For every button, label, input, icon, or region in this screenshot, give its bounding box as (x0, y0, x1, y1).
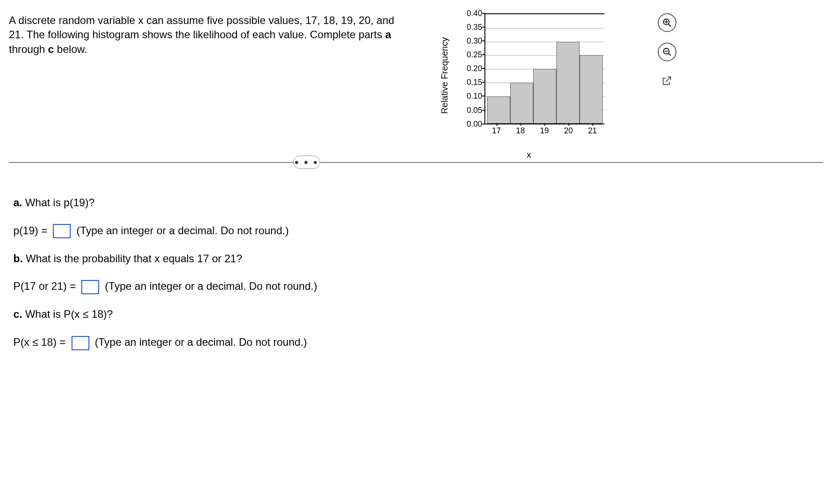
prompt-body: A discrete random variable x can assume … (9, 14, 394, 55)
xtick-label: 17 (484, 126, 508, 136)
answer-b-row: P(17 or 21) = (Type an integer or a deci… (13, 275, 823, 298)
answer-b-prefix: P(17 or 21) = (13, 280, 76, 292)
ytick-label: 0.00 (458, 119, 482, 128)
bar-18 (510, 83, 533, 124)
ytick-mark (482, 54, 485, 55)
answer-c-hint: (Type an integer or a decimal. Do not ro… (95, 336, 307, 348)
question-b: b. What is the probability that x equals… (13, 247, 823, 271)
xtick-label: 18 (508, 126, 532, 136)
histogram-chart: Relative Frequency 0.40 (453, 13, 604, 138)
y-axis-label: Relative Frequency (440, 37, 450, 114)
ytick-mark (482, 82, 485, 83)
ytick-mark (482, 13, 485, 14)
question-b-text: What is the probability that x equals 17… (26, 252, 242, 264)
section-divider: • • • (9, 156, 823, 169)
chart-area: Relative Frequency 0.40 (453, 13, 631, 138)
xtick-label: 21 (580, 126, 604, 136)
ytick-mark (482, 110, 485, 111)
dots-icon: • • • (295, 156, 319, 168)
ytick-mark (482, 40, 485, 41)
ytick-label: 0.35 (458, 23, 482, 32)
ytick-mark (482, 27, 485, 28)
open-external-icon[interactable] (658, 72, 676, 90)
question-c-text: What is P(x ≤ 18)? (25, 308, 113, 320)
ytick-label: 0.30 (458, 36, 482, 46)
bar-17 (487, 96, 510, 124)
question-a: a. What is p(19)? (13, 191, 823, 215)
expand-button[interactable]: • • • (293, 156, 320, 169)
ytick-label: 0.40 (458, 9, 482, 18)
xtick-label: 19 (532, 126, 556, 136)
answer-a-row: p(19) = (Type an integer or a decimal. D… (13, 219, 823, 243)
answer-b-hint: (Type an integer or a decimal. Do not ro… (105, 280, 317, 292)
bars-container (485, 14, 604, 124)
ytick-mark (482, 96, 485, 96)
bar-19 (533, 69, 556, 124)
plot-region (484, 13, 604, 124)
question-b-label: b. (13, 252, 23, 264)
ytick-mark (482, 68, 485, 69)
ytick-label: 0.05 (458, 105, 482, 115)
zoom-out-icon[interactable] (658, 43, 676, 61)
prompt-text: A discrete random variable x can assume … (9, 13, 409, 56)
xticks-container: 17 18 19 20 21 (484, 126, 604, 136)
answer-c-prefix: P(x ≤ 18) = (13, 336, 66, 348)
question-a-text: What is p(19)? (25, 196, 95, 208)
ytick-label: 0.25 (458, 50, 482, 60)
answer-c-row: P(x ≤ 18) = (Type an integer or a decima… (13, 331, 823, 354)
ytick-label: 0.10 (458, 92, 482, 101)
question-c: c. What is P(x ≤ 18)? (13, 303, 823, 326)
answer-b-input[interactable] (81, 280, 99, 294)
svg-line-5 (668, 53, 671, 56)
divider-line (9, 162, 823, 163)
question-c-label: c. (13, 308, 22, 320)
answer-c-input[interactable] (72, 336, 89, 350)
svg-line-1 (668, 24, 671, 27)
bar-20 (556, 42, 580, 124)
answer-a-prefix: p(19) = (13, 224, 48, 236)
ytick-label: 0.20 (458, 64, 482, 73)
ytick-mark (482, 124, 485, 124)
ytick-label: 0.15 (458, 78, 482, 87)
bar-21 (580, 55, 603, 124)
question-a-label: a. (13, 196, 22, 208)
zoom-in-icon[interactable] (658, 13, 676, 32)
answer-a-hint: (Type an integer or a decimal. Do not ro… (76, 224, 289, 236)
answer-a-input[interactable] (53, 224, 71, 238)
questions-section: a. What is p(19)? p(19) = (Type an integ… (9, 191, 823, 354)
xtick-label: 20 (556, 126, 580, 136)
